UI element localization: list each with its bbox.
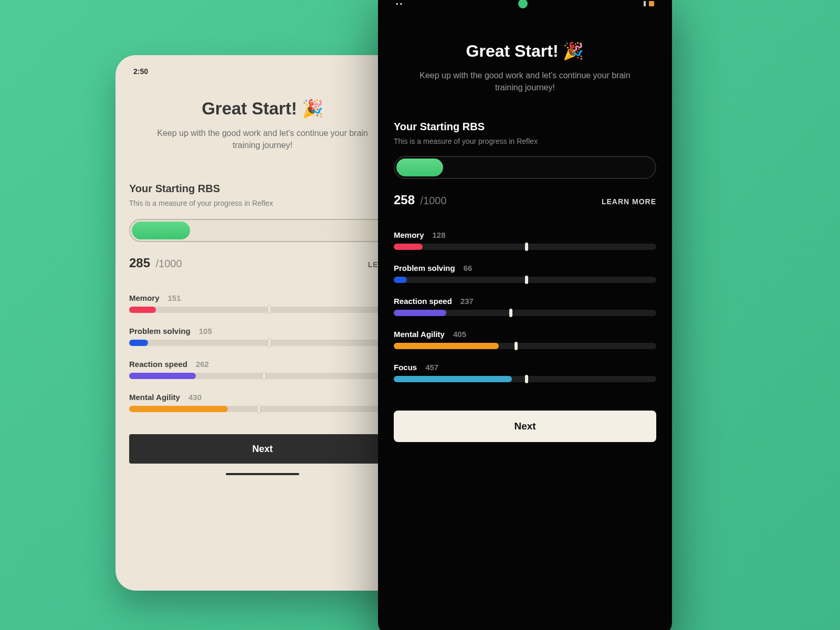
metric-value: 151: [168, 293, 181, 302]
metric-value: 430: [188, 393, 202, 402]
next-button[interactable]: Next: [129, 434, 396, 464]
metric-name: Memory: [394, 230, 424, 239]
metric-head: Mental Agility405: [394, 330, 656, 339]
metric-bar-fill: [394, 310, 446, 316]
metric-bar[interactable]: [129, 373, 396, 379]
metric-bar-fill: [394, 277, 407, 283]
metric-bar-knob[interactable]: [509, 309, 512, 317]
metric-bar-fill: [129, 373, 196, 379]
metric-bar-fill: [394, 376, 512, 382]
metric-name: Mental Agility: [394, 330, 445, 339]
page-title: Great Start! 🎉: [394, 41, 656, 61]
rbs-progress-fill: [132, 222, 190, 239]
metric-head: Mental Agility430: [129, 393, 396, 402]
metric-bar[interactable]: [129, 340, 396, 346]
metric-bar[interactable]: [394, 310, 656, 316]
metric-row: Reaction speed237: [394, 297, 656, 316]
metric-name: Reaction speed: [394, 297, 452, 306]
rbs-subheading: This is a measure of your progress in Re…: [129, 199, 396, 207]
metric-bar-fill: [394, 343, 499, 349]
metric-bar-fill: [129, 340, 148, 346]
metric-bar-knob[interactable]: [257, 404, 260, 414]
metric-name: Memory: [129, 293, 160, 302]
metric-row: Problem solving105: [129, 327, 396, 346]
metric-bar[interactable]: [129, 406, 396, 412]
battery-icon: [649, 1, 654, 6]
metrics-list-light: Memory151Problem solving105Reaction spee…: [129, 293, 396, 412]
status-left: ▪ ▪: [396, 0, 402, 7]
metric-bar-knob[interactable]: [514, 342, 518, 350]
rbs-progress-fill: [396, 159, 443, 176]
metrics-list-dark: Memory128Problem solving66Reaction speed…: [394, 230, 656, 382]
metric-value: 457: [425, 363, 438, 372]
metric-value: 262: [196, 360, 209, 369]
metric-bar-fill: [394, 244, 423, 250]
learn-more-link[interactable]: LEARN MORE: [602, 197, 656, 206]
metric-value: 128: [433, 230, 446, 239]
metric-value: 66: [464, 264, 472, 272]
rbs-score-max: /1000: [156, 258, 182, 269]
page-subtitle: Keep up with the good work and let's con…: [415, 69, 635, 93]
metric-bar-knob[interactable]: [268, 338, 271, 348]
signal-icon: [644, 1, 646, 6]
next-button[interactable]: Next: [394, 411, 656, 442]
metric-bar-knob[interactable]: [262, 371, 266, 381]
home-indicator: [226, 473, 299, 475]
metric-head: Reaction speed262: [129, 360, 396, 369]
phone-light: 2:50 Great Start! 🎉 Keep up with the goo…: [116, 55, 410, 591]
rbs-progress-bar: [394, 156, 656, 179]
metric-bar-knob[interactable]: [268, 305, 271, 314]
rbs-subheading: This is a measure of your progress in Re…: [394, 137, 656, 145]
metric-bar-knob[interactable]: [525, 375, 528, 383]
page-title: Great Start! 🎉: [129, 98, 396, 119]
metric-head: Problem solving66: [394, 264, 656, 272]
metric-name: Reaction speed: [129, 360, 187, 369]
metric-row: Mental Agility430: [129, 393, 396, 412]
metric-row: Memory151: [129, 293, 396, 313]
metric-head: Reaction speed237: [394, 297, 656, 306]
metric-bar-fill: [129, 307, 156, 313]
metric-bar[interactable]: [394, 376, 656, 382]
metric-row: Focus457: [394, 363, 656, 382]
rbs-heading: Your Starting RBS: [129, 183, 396, 195]
metric-name: Problem solving: [129, 327, 191, 335]
status-bar: 2:50: [129, 64, 396, 78]
metric-name: Mental Agility: [129, 393, 180, 402]
metric-bar-fill: [129, 406, 228, 412]
status-bar: ▪ ▪: [394, 0, 656, 9]
rbs-heading: Your Starting RBS: [394, 121, 656, 133]
metric-bar-knob[interactable]: [525, 276, 528, 284]
metric-bar[interactable]: [394, 244, 656, 250]
metric-value: 105: [199, 327, 212, 335]
rbs-score-value: 285: [129, 256, 150, 270]
metric-row: Problem solving66: [394, 264, 656, 283]
rbs-score-row: 258 /1000 LEARN MORE: [394, 193, 656, 207]
metric-head: Memory128: [394, 230, 656, 239]
metric-head: Memory151: [129, 293, 396, 302]
metric-bar[interactable]: [394, 277, 656, 283]
rbs-score-max: /1000: [421, 195, 447, 206]
metric-row: Mental Agility405: [394, 330, 656, 349]
metric-row: Memory128: [394, 230, 656, 250]
rbs-progress-bar: [129, 219, 396, 242]
page-subtitle: Keep up with the good work and let's con…: [152, 127, 373, 151]
rbs-score-row: 285 /1000 LEARN: [129, 256, 396, 270]
metric-head: Problem solving105: [129, 327, 396, 335]
camera-dot-icon: [518, 0, 528, 8]
phone-dark: ▪ ▪ Great Start! 🎉 Keep up with the good…: [378, 0, 672, 630]
clock-label: 2:50: [133, 67, 148, 76]
stage: 2:50 Great Start! 🎉 Keep up with the goo…: [0, 0, 840, 630]
metric-row: Reaction speed262: [129, 360, 396, 379]
metric-head: Focus457: [394, 363, 656, 372]
metric-bar[interactable]: [129, 307, 396, 313]
metric-value: 405: [453, 330, 466, 339]
metric-name: Problem solving: [394, 264, 455, 272]
metric-name: Focus: [394, 363, 417, 372]
metric-value: 237: [460, 297, 474, 306]
metric-bar[interactable]: [394, 343, 656, 349]
status-right: [644, 1, 654, 6]
rbs-score-value: 258: [394, 193, 415, 207]
metric-bar-knob[interactable]: [525, 243, 528, 251]
